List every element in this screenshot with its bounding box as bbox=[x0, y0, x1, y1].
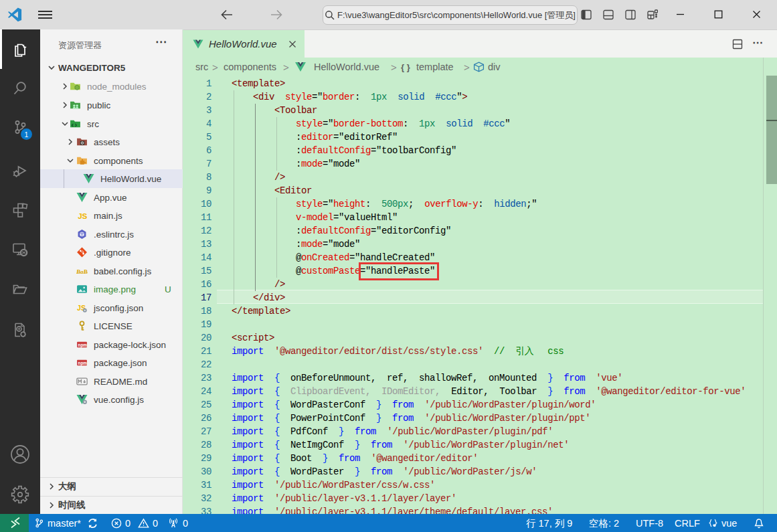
svg-text:BaBel: BaBel bbox=[76, 268, 88, 275]
svg-text:JS: JS bbox=[78, 211, 87, 220]
svg-text:npm: npm bbox=[78, 343, 88, 348]
svg-text:npm: npm bbox=[78, 361, 88, 366]
